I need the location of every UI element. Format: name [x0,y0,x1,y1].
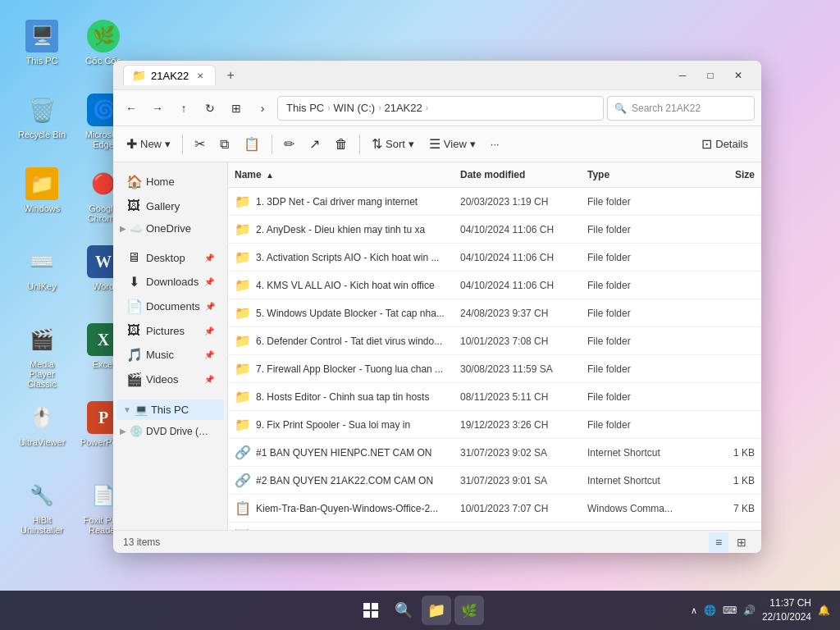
col-header-type[interactable]: Type [581,166,704,184]
recycle-bin-label: Recycle Bin [18,130,66,139]
file-name-cell: 🔗 #1 BAN QUYEN HIENPC.NET CAM ON [228,441,454,463]
toolbar: ✚ New ▾ ✂ ⧉ 📋 ✏ ↗ 🗑 ⇅ Sort ▾ ☰ [113,126,761,162]
sidebar-item-home[interactable]: 🏠 Home [116,170,224,194]
forward-button[interactable]: → [146,97,169,120]
navbar: ← → ↑ ↻ ⊞ › This PC › WIN (C:) › 21AK22 … [113,90,761,126]
desktop-icon-this-pc[interactable]: 🖥️ This PC [12,16,71,69]
delete-button[interactable]: 🗑 [328,131,354,158]
desktop-icon-ultraviewer[interactable]: 🖱️ UltraViewer [12,398,71,450]
sidebar-item-desktop[interactable]: 🖥 Desktop 📌 [116,246,224,269]
paste-button[interactable]: 📋 [237,131,267,158]
desktop-icon-media-player[interactable]: 🎬 Media Player Classic [12,320,71,392]
sidebar-item-videos[interactable]: 🎬 Videos 📌 [116,368,224,391]
cut-button[interactable]: ✂ [188,131,212,158]
file-explorer-taskbar-button[interactable]: 📁 [422,596,451,625]
table-row[interactable]: 🔗 #2 BAN QUYEN 21AK22.COM CAM ON 31/07/2… [228,467,761,495]
copy-button[interactable]: ⧉ [213,131,235,158]
col-header-date[interactable]: Date modified [454,166,581,184]
file-size-cell [704,366,761,372]
sidebar-item-dvd-drive[interactable]: ▶ 💿 DVD Drive (E:) W [113,421,227,441]
svg-rect-3 [372,611,378,618]
table-row[interactable]: 📁 8. Hosts Editor - Chinh sua tap tin ho… [228,383,761,411]
system-tray-up-icon[interactable]: ∧ [691,605,697,616]
share-button[interactable]: ↗ [303,131,326,158]
refresh-button[interactable]: ↻ [199,97,221,120]
sidebar-item-gallery[interactable]: 🖼 Gallery [116,194,224,217]
col-header-name[interactable]: Name ▲ [228,166,454,184]
sidebar-item-onedrive[interactable]: ▶ ☁️ OneDrive [113,218,227,239]
breadcrumb-21ak22[interactable]: 21AK22 [384,102,422,114]
file-date-cell: 30/08/2023 11:59 SA [454,360,581,378]
file-type-cell: File folder [581,388,704,406]
file-size-cell: 1 KB [704,444,761,462]
breadcrumb[interactable]: This PC › WIN (C:) › 21AK22 › [277,96,604,121]
table-row[interactable]: 🔗 #1 BAN QUYEN HIENPC.NET CAM ON 31/07/2… [228,439,761,467]
tab-close-button[interactable]: ✕ [194,69,207,82]
sidebar-item-music[interactable]: 🎵 Music 📌 [116,343,224,367]
list-view-button[interactable]: ≡ [709,532,728,552]
table-row[interactable]: 📁 7. Firewall App Blocker - Tuong lua ch… [228,355,761,383]
sidebar-item-this-pc[interactable]: ▼ 💻 This PC [116,399,224,420]
view-button[interactable]: ☰ View ▾ [422,131,482,158]
start-button[interactable] [356,596,386,625]
maximize-button[interactable]: □ [697,64,724,87]
sort-button[interactable]: ⇅ Sort ▾ [365,131,421,158]
rename-button[interactable]: ✏ [277,131,301,158]
file-icon: 📁 [235,277,251,293]
minimize-button[interactable]: ─ [669,64,696,87]
file-name-cell: 📁 4. KMS VL ALL AIO - Kich hoat win offi… [228,274,454,296]
table-row[interactable]: 📁 1. 3DP Net - Cai driver mang internet … [228,188,761,216]
table-row[interactable]: 📁 2. AnyDesk - Dieu khien may tinh tu xa… [228,216,761,244]
desktop-icon-unikey[interactable]: ⌨️ UniKey [12,242,71,294]
view-mode-button[interactable]: ⊞ [225,97,248,120]
search-box[interactable]: 🔍 Search 21AK22 [607,96,755,121]
close-button[interactable]: ✕ [725,64,751,87]
volume-icon[interactable]: 🔊 [743,605,756,616]
notification-icon[interactable]: 🔔 [818,605,830,616]
sidebar-item-documents[interactable]: 📄 Documents 📌 [116,294,224,318]
details-icon: ⊡ [701,136,712,152]
table-row[interactable]: 📝 Thong-Tin-Phien-Ban-Ghost-Windows.txt … [228,523,761,530]
up-button[interactable]: ↑ [172,97,195,120]
downloads-icon: ⬇ [126,274,141,290]
sep-cut [182,135,183,154]
file-name-cell: 📁 8. Hosts Editor - Chinh sua tap tin ho… [228,386,454,408]
documents-icon: 📄 [126,299,141,314]
new-button[interactable]: ✚ New ▾ [120,131,177,158]
breadcrumb-win-c[interactable]: WIN (C:) [334,102,376,114]
desktop-sidebar-icon: 🖥 [126,250,141,265]
new-tab-button[interactable]: + [219,64,242,87]
table-row[interactable]: 📁 6. Defender Control - Tat diet virus w… [228,327,761,355]
table-row[interactable]: 📋 Kiem-Tra-Ban-Quyen-Windows-Office-2...… [228,495,761,523]
back-button[interactable]: ← [120,97,143,120]
table-row[interactable]: 📁 9. Fix Print Spooler - Sua loi may in … [228,411,761,439]
search-placeholder: Search 21AK22 [632,103,701,114]
keyboard-icon: ⌨ [723,605,737,616]
col-header-size[interactable]: Size [704,166,761,184]
more-button[interactable]: ··· [484,131,506,158]
details-button[interactable]: ⊡ Details [695,131,755,158]
coc-coc-taskbar-button[interactable]: 🌿 [454,596,484,625]
desktop-icon-recycle-bin[interactable]: 🗑️ Recycle Bin [12,90,71,143]
file-name-cell: 📁 3. Activation Scripts AIO - Kich hoat … [228,246,454,268]
file-name-text: Kiem-Tra-Ban-Quyen-Windows-Office-2... [256,503,438,514]
statusbar: 13 items ≡ ⊞ [113,530,761,553]
desktop-icon-hibit[interactable]: 🔧 HiBit Uninstaller [12,476,71,538]
taskbar-clock[interactable]: 11:37 CH 22/10/2024 [762,596,811,624]
sidebar-item-downloads[interactable]: ⬇ Downloads 📌 [116,270,224,294]
sidebar-item-pictures[interactable]: 🖼 Pictures 📌 [116,319,224,342]
desktop-icon-windows-folder[interactable]: 📁 Windows [12,164,71,217]
file-size-cell: 1 KB [704,472,761,490]
table-row[interactable]: 📁 5. Windows Update Blocker - Tat cap nh… [228,299,761,327]
ultraviewer-icon: 🖱️ [25,401,58,434]
svg-rect-2 [363,611,370,618]
breadcrumb-this-pc[interactable]: This PC [286,102,324,114]
table-row[interactable]: 📁 3. Activation Scripts AIO - Kich hoat … [228,244,761,272]
search-taskbar-button[interactable]: 🔍 [389,596,418,625]
this-pc-expand-icon: ▼ [123,405,131,414]
table-row[interactable]: 📁 4. KMS VL ALL AIO - Kich hoat win offi… [228,272,761,299]
active-tab[interactable]: 📁 21AK22 ✕ [123,65,216,85]
grid-view-button[interactable]: ⊞ [732,532,751,552]
pictures-icon: 🖼 [126,323,141,338]
file-icon: 📁 [235,194,251,209]
